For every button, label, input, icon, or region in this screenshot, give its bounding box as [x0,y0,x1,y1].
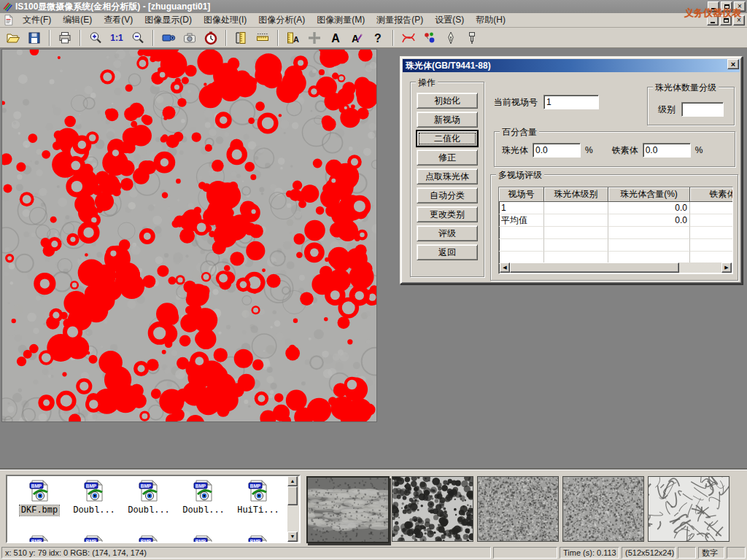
pen-icon [444,31,458,45]
video-capture-button[interactable] [160,29,177,46]
menu-item-measure-report[interactable]: 测量报告(P) [371,12,429,28]
file-name[interactable]: Doubl... [71,505,117,516]
pick-pearlite-button[interactable]: 点取珠光体 [417,168,478,184]
thumbnail-2[interactable] [392,476,473,542]
image-size-status: (512x512x24) [622,547,676,559]
grade-button[interactable]: 评级 [417,225,478,241]
header-pearlite-content[interactable]: 珠光体含量(%) [608,187,690,202]
svg-text:A: A [352,33,359,44]
ferrite-percent-input[interactable] [643,143,691,158]
thumbnail-3[interactable] [477,476,559,542]
menu-item-settings[interactable]: 设置(S) [429,12,470,28]
text-tool-button[interactable]: A [327,29,344,46]
table-row-empty [499,227,733,239]
file-item[interactable] [231,534,286,543]
header-ferrite[interactable]: 铁素体 [690,187,733,202]
file-item[interactable] [176,534,231,543]
binarize-button[interactable]: 二值化 [417,131,478,147]
scroll-up-button[interactable]: ▲ [287,476,298,486]
caliper-measure-button[interactable] [233,29,250,46]
scroll-left-button[interactable]: ◀ [500,262,510,273]
dialog-title-bar[interactable]: 珠光体(GB/T9441-88) [403,59,740,72]
probe-tool-button[interactable] [463,29,481,46]
zoom-out-button[interactable] [129,29,147,46]
actual-size-button[interactable]: 1:1 [108,29,125,46]
file-item[interactable] [12,534,67,543]
table-row[interactable]: 1 0.0 [499,202,733,214]
menu-bar: 文件(F) 编辑(E) 查看(V) 图像显示(D) 图像处理(I) 图像分析(A… [0,13,747,28]
table-horizontal-scrollbar[interactable]: ◀ ▶ [500,262,732,273]
pen-tool-button[interactable] [442,29,460,46]
thumbnail-1[interactable] [306,476,390,543]
file-name[interactable]: DKF.bmp [20,505,59,516]
auto-classify-button[interactable]: 自动分类 [417,187,478,203]
print-button[interactable] [56,29,74,46]
bmp-file-icon [192,534,215,543]
time-status: Time (s): 0.113 [560,547,619,559]
edit-text-button[interactable]: A [348,29,365,46]
scale-ruler-A-icon: A [286,31,301,45]
menu-item-image-analysis[interactable]: 图像分析(A) [252,12,311,28]
header-pearlite-grade[interactable]: 珠光体级别 [544,187,608,202]
bmp-file-icon [137,534,160,543]
initialize-button[interactable]: 初始化 [417,93,478,109]
title-bar: IS100显微摄像系统(金相分析版) - [zhuguangti01] × [0,0,747,13]
scroll-track[interactable] [679,262,721,273]
file-item[interactable] [121,534,177,543]
zoom-in-button[interactable] [87,29,104,46]
ruler-measure-button[interactable] [254,29,271,46]
file-name[interactable]: Doubl... [126,505,171,516]
zoom-out-icon [131,31,145,45]
file-item[interactable]: Doubl... [121,479,177,516]
dialog-close-button[interactable]: × [727,59,739,69]
table-row-empty [499,239,733,252]
menu-item-image-display[interactable]: 图像显示(D) [139,12,198,28]
scroll-right-button[interactable]: ▶ [721,262,732,273]
file-name[interactable]: HuiTi... [236,505,281,516]
file-item[interactable] [66,534,122,543]
scroll-thumb[interactable] [510,262,679,273]
grading-table: 视场号 珠光体级别 珠光体含量(%) 铁素体 1 0.0 平均值 0.0 [498,187,733,274]
snapshot-button[interactable] [181,29,198,46]
classify-points-button[interactable] [421,29,438,46]
scale-calibrate-button[interactable]: A [285,29,302,46]
header-field-no[interactable]: 视场号 [499,187,544,202]
file-item[interactable]: DKF.bmp [12,479,67,516]
micrograph-canvas[interactable] [1,49,377,422]
move-tool-button[interactable] [306,29,323,46]
file-item[interactable]: HuiTi... [231,479,286,516]
save-button[interactable] [26,29,43,46]
file-item[interactable]: Doubl... [176,479,231,516]
pearlite-percent-input[interactable] [533,143,581,158]
toolbar-separator [277,30,279,46]
thumbnail-5[interactable] [648,476,729,542]
timer-button[interactable] [202,29,220,46]
return-button[interactable]: 返回 [417,244,478,260]
level-input[interactable] [681,102,724,117]
multi-view-group-label: 多视场评级 [496,169,544,182]
help-icon: ? [371,31,385,45]
file-item[interactable]: Doubl... [66,479,122,516]
menu-item-help[interactable]: 帮助(H) [470,12,511,28]
cell-pearlite: 0.0 [608,202,690,214]
file-name[interactable]: Doubl... [181,505,226,516]
open-button[interactable] [4,29,22,46]
change-class-button[interactable]: 更改类别 [417,206,478,222]
help-button[interactable]: ? [369,29,387,46]
new-field-button[interactable]: 新视场 [417,112,478,128]
thumbnail-4[interactable] [562,476,644,542]
scroll-down-button[interactable]: ▼ [287,532,298,542]
menu-item-edit[interactable]: 编辑(E) [57,12,98,28]
menu-item-image-process[interactable]: 图像处理(I) [198,12,252,28]
spline-tool-button[interactable] [400,29,417,46]
correct-button[interactable]: 修正 [417,149,478,166]
file-list-scrollbar[interactable]: ▲ ▼ [287,476,299,542]
menu-item-view[interactable]: 查看(V) [98,12,139,28]
table-row[interactable]: 平均值 0.0 [499,214,733,227]
menu-item-file[interactable]: 文件(F) [17,12,57,28]
bmp-file-icon [82,534,106,543]
menu-item-image-measure[interactable]: 图像测量(M) [311,12,371,28]
current-view-input[interactable] [543,95,599,109]
status-cell-empty [678,547,696,559]
scroll-thumb[interactable] [287,486,298,505]
